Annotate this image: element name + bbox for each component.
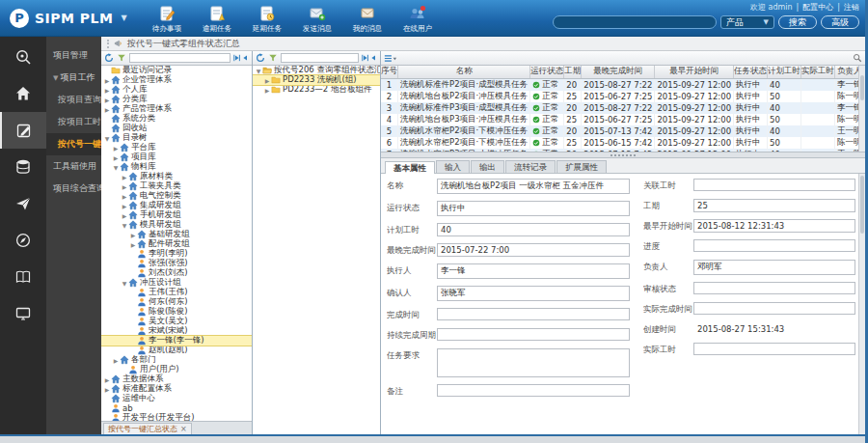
pagination-arrows[interactable] [362,54,377,62]
filter-icon[interactable] [117,53,126,63]
column-header[interactable]: 实际工时 [801,66,835,78]
search-button[interactable]: 搜索 [778,15,817,29]
expander-icon[interactable]: ▶ [121,212,128,219]
expander-icon[interactable]: ▶ [263,87,271,94]
field-value[interactable] [693,239,855,252]
field-value[interactable]: 25 [693,199,855,212]
table-row[interactable]: 7洗碗机水帘柜P3项目·上模冲压任务正常202015-07-13 7:42201… [381,149,865,153]
field-value[interactable]: 张晓军 [437,286,630,301]
tree-item[interactable]: 开发平台(开发平台) [101,413,252,421]
expander-icon[interactable]: ▼ [121,280,128,287]
delayed-tasks-button[interactable]: 延期任务 [243,5,291,34]
expander-icon[interactable]: ▶ [103,97,111,103]
tree-filter-input[interactable] [129,53,231,63]
expander-icon[interactable]: ▼ [112,164,120,171]
module-edit-icon[interactable] [0,112,46,149]
search-category-select[interactable]: 产品 ▼ [720,15,774,29]
online-users-button[interactable]: 在线用户 [393,5,442,34]
my-messages-button[interactable]: 我的消息 [343,5,392,34]
expander-icon[interactable]: ▶ [112,357,120,364]
tree-item[interactable]: ▶平台库 [101,143,252,152]
expander-icon[interactable]: ▼ [255,68,262,74]
expander-icon[interactable]: ▶ [112,154,120,161]
column-header[interactable]: 工期 [564,66,582,78]
nav-item[interactable]: ▼项目工作 [46,67,101,89]
tree-item[interactable]: ▶PD2233—2 地台板组件 [253,85,380,95]
column-header[interactable]: 运行状态 [530,66,564,78]
pagination-arrows[interactable] [233,54,249,62]
send-message-button[interactable]: 发送消息 [293,5,341,34]
field-value[interactable]: 2015-08-12 12:31:43 [693,219,855,233]
field-value[interactable]: 邓明军 [693,260,855,275]
advanced-search-button[interactable]: 高级 [821,15,859,29]
result-filter-input[interactable] [281,53,359,63]
table-row[interactable]: 3洗碗机标准件P3项目·成型模具任务正常202015-08-27 7:22201… [381,102,865,114]
column-header[interactable]: 计划工时 [768,66,801,78]
nav-item[interactable]: 按代号一键式状态汇总 [46,133,101,155]
table-scrollbar[interactable] [858,66,865,152]
column-header[interactable]: 最早开始时间 [655,66,734,78]
module-monitor-icon[interactable] [0,295,46,332]
field-value[interactable] [693,343,855,355]
expander-icon[interactable]: ▶ [121,174,128,180]
expander-icon[interactable]: ▼ [121,222,128,229]
table-row[interactable]: 2洗碗机地台板P2项目·冲压模具任务正常252015-06-27 7:25201… [381,91,865,102]
expander-icon[interactable]: ▶ [103,87,111,94]
tree-item[interactable]: 赵凯(赵凯) [101,346,252,355]
field-value[interactable] [693,302,855,315]
header-link[interactable]: 配置中心 [802,2,833,13]
tree-item[interactable]: ▼目录树 [101,133,252,143]
module-database-icon[interactable] [0,149,46,185]
header-link[interactable]: 注销 [844,2,859,13]
field-value[interactable] [693,282,855,294]
expander-icon[interactable]: ▶ [103,77,111,84]
expander-icon[interactable]: ▶ [103,376,111,383]
expander-icon[interactable]: ▶ [121,203,128,209]
module-book-icon[interactable] [0,259,46,295]
form-scrollbar[interactable] [858,174,865,434]
expander-icon[interactable]: ▼ [103,135,111,142]
field-value[interactable] [437,328,630,341]
module-search-eye-icon[interactable] [0,39,46,75]
field-value[interactable] [437,348,630,377]
view-mode-icon[interactable] [384,54,397,63]
field-value[interactable] [437,308,630,320]
tree-item[interactable]: ▼物料库 [101,162,252,172]
global-search-input[interactable] [553,15,717,29]
table-row[interactable]: 6洗碗机水帘柜P2项目·下模冲压任务正常252015-06-15 7:42201… [381,137,865,149]
field-value[interactable]: 洗碗机地台板P2项目 一级水帘柜 五金冲压件 [437,179,630,194]
column-header[interactable]: 序号 [381,66,398,78]
column-header[interactable]: 名称 [398,66,530,78]
expander-icon[interactable]: ▶ [129,232,137,238]
refresh-icon[interactable] [104,53,114,63]
field-value[interactable]: 执行中 [437,201,630,216]
field-value[interactable]: 李一锋 [437,263,630,279]
table-row[interactable]: 5洗碗机水帘柜P2项目·下模冲压任务正常202015-07-13 7:42201… [381,125,865,137]
expander-icon[interactable]: ▶ [103,106,111,113]
module-compass-icon[interactable] [0,222,46,259]
chevron-down-icon[interactable]: ▼ [121,14,126,22]
expander-icon[interactable]: ▶ [121,193,128,200]
field-value[interactable] [693,179,855,191]
detail-tab[interactable]: 扩展属性 [556,160,607,173]
nav-item[interactable]: 项目综合查询 [46,178,101,200]
detail-tab[interactable]: 流转记录 [505,160,556,173]
module-home-icon[interactable] [0,75,46,112]
expander-icon[interactable]: ▶ [121,183,128,190]
nav-item[interactable]: 项目管理 [46,44,101,67]
expander-icon[interactable]: ▶ [112,145,120,152]
column-header[interactable]: 任务状态 [734,66,768,78]
nav-item[interactable]: 工具箱使用 [46,155,101,178]
tree-item[interactable]: 运维中心 [101,394,252,403]
detail-tab[interactable]: 输出 [471,160,504,173]
nav-item[interactable]: 按项目工时汇总查询 [46,111,101,133]
detail-tab[interactable]: 输入 [436,160,470,173]
field-value[interactable]: 40 [437,223,630,236]
close-icon[interactable]: × [180,425,187,433]
field-value[interactable]: 2015-07-22 7:00 [437,243,630,257]
field-value[interactable]: 2015-08-27 15:31:43 [693,322,855,336]
app-logo[interactable]: P SIPM PLM ▼ [0,0,137,36]
nav-item[interactable]: 按项目查询统计 [46,89,101,111]
search-icon[interactable] [853,53,862,63]
table-row[interactable]: 4洗碗机地台板P3项目·冲压模具任务正常252015-06-27 7:25201… [381,114,865,125]
